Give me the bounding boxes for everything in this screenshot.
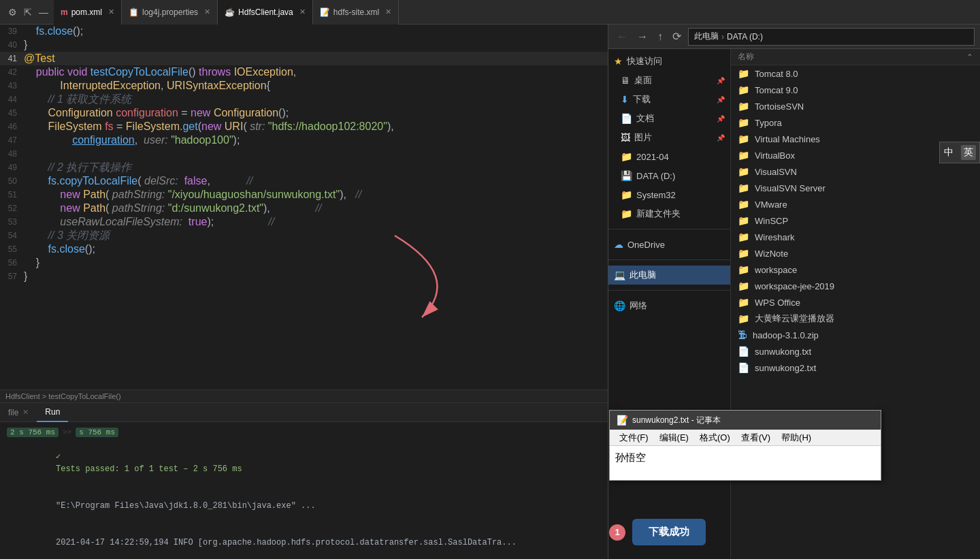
nav-item-desktop[interactable]: 🖥 桌面 📌: [608, 71, 730, 90]
tab-log4j-close[interactable]: ✕: [204, 7, 210, 16]
tab-hdfssite[interactable]: 📝 hdfs-site.xml ✕: [313, 0, 399, 25]
notepad-menu-help[interactable]: 帮助(H): [776, 430, 817, 446]
editor-code-area[interactable]: 39 fs.close(); 40 } 41 @Test: [0, 25, 608, 389]
folder-icon-winscp: 📁: [738, 215, 749, 226]
code-line-52: 52 new Path( pathString: "d:/sunwukong2.…: [0, 202, 608, 215]
notepad-menu-file-label: 文件(F): [619, 432, 649, 444]
bottom-tab-file[interactable]: file ✕: [0, 403, 37, 422]
folder-icon-dahuangfeng: 📁: [738, 313, 749, 324]
code-line-50: 50 fs.copyToLocalFile( delSrc: false, //: [0, 174, 608, 188]
notepad-menu-format[interactable]: 格式(O): [694, 430, 736, 446]
code-line-53: 53 useRawLocalFileSystem: true); //: [0, 215, 608, 229]
file-item-swk1[interactable]: 📄 sunwukong.txt: [731, 343, 980, 360]
file-item-typora[interactable]: 📁 Typora: [731, 114, 980, 131]
path-sep: ›: [721, 32, 724, 42]
editor-breadcrumb: HdfsClient > testCopyToLocalFile(): [0, 389, 608, 402]
file-item-wps[interactable]: 📁 WPS Office: [731, 294, 980, 310]
path-bar[interactable]: 此电脑 › DATA (D:): [688, 28, 975, 46]
folder-icon-vm: 📁: [738, 133, 749, 144]
file-name-visualsvnserver: VisualSVN Server: [755, 183, 826, 193]
settings-icon[interactable]: ⚙: [8, 7, 17, 18]
file-item-swk2[interactable]: 📄 sunwukong2.txt: [731, 360, 980, 376]
notepad-menu-file[interactable]: 文件(F): [614, 430, 654, 446]
nav-item-newfolder[interactable]: 📁 新建文件夹: [608, 204, 730, 223]
ime-chinese: 中: [944, 146, 953, 159]
nav-item-datad[interactable]: 💾 DATA (D:): [608, 166, 730, 185]
tab-log4j[interactable]: 📋 log4j.properties ✕: [122, 0, 218, 25]
line-content-40: }: [24, 38, 608, 52]
nav-item-pictures[interactable]: 🖼 图片 📌: [608, 128, 730, 147]
notepad-menu-edit[interactable]: 编辑(E): [654, 430, 694, 446]
nav-item-system32[interactable]: 📁 System32: [608, 185, 730, 204]
ime-bar[interactable]: 中 英: [939, 142, 980, 163]
file-item-dahuangfeng[interactable]: 📁 大黄蜂云课堂播放器: [731, 310, 980, 327]
tab-pom-label: pom.xml: [71, 7, 102, 17]
minimize-icon[interactable]: —: [39, 7, 48, 18]
file-item-tortoisesvn[interactable]: 📁 TortoiseSVN: [731, 98, 980, 114]
tab-pom[interactable]: m pom.xml ✕: [54, 0, 122, 25]
nav-back-btn[interactable]: ←: [614, 29, 630, 44]
hdfsclient-icon: ☕: [225, 7, 235, 17]
nav-item-thispc[interactable]: 💻 此电脑: [608, 266, 730, 285]
file-item-visualsvn[interactable]: 📁 VisualSVN: [731, 163, 980, 180]
nav-item-docs[interactable]: 📄 文档 📌: [608, 109, 730, 128]
expand-icon[interactable]: ⇱: [24, 7, 32, 18]
file-item-vmware[interactable]: 📁 VMware: [731, 196, 980, 212]
notepad-menu-format-label: 格式(O): [700, 432, 730, 444]
file-item-wireshark[interactable]: 📁 Wireshark: [731, 229, 980, 245]
file-item-hadoop-zip[interactable]: 🗜 hadoop-3.1.0.zip: [731, 327, 980, 343]
notepad-menu-view[interactable]: 查看(V): [736, 430, 776, 446]
nav-up-btn[interactable]: ↑: [655, 29, 666, 44]
nav-item-network[interactable]: 🌐 网络: [608, 296, 730, 315]
explorer-left-nav: ★ 快速访问 🖥 桌面 📌 ⬇ 下载 📌 📄: [608, 49, 731, 559]
code-line-49: 49 // 2 执行下载操作: [0, 161, 608, 174]
tab-hdfsclient-close[interactable]: ✕: [299, 7, 306, 16]
file-item-visualsvnserver[interactable]: 📁 VisualSVN Server: [731, 180, 980, 196]
tab-pom-close[interactable]: ✕: [108, 7, 114, 16]
step-number: 1: [609, 524, 625, 541]
nav-item-onedrive[interactable]: ☁ OneDrive: [608, 235, 730, 254]
file-name-workspace-jee: workspace-jee-2019: [755, 281, 834, 291]
download-success-btn[interactable]: 下载成功: [632, 519, 706, 545]
explorer-main: ★ 快速访问 🖥 桌面 📌 ⬇ 下载 📌 📄: [608, 49, 980, 559]
nav-divider-3: [608, 290, 730, 291]
file-item-tomcat90[interactable]: 📁 Tomcat 9.0: [731, 82, 980, 98]
file-item-workspace[interactable]: 📁 workspace: [731, 261, 980, 278]
tab-hdfsclient-label: HdfsClient.java: [238, 7, 293, 17]
header-sort-icon[interactable]: ⌃: [966, 52, 973, 62]
nav-forward-btn[interactable]: →: [634, 29, 651, 44]
nav-item-2021[interactable]: 📁 2021-04: [608, 147, 730, 166]
onedrive-icon: ☁: [614, 239, 623, 250]
file-item-winscp[interactable]: 📁 WinSCP: [731, 212, 980, 229]
file-item-tomcat80[interactable]: 📁 Tomcat 8.0: [731, 65, 980, 82]
folder-icon-tortoisesvn: 📁: [738, 101, 749, 112]
nav-label-desktop: 桌面: [634, 74, 652, 86]
bottom-tab-run[interactable]: Run: [37, 403, 68, 422]
notepad-titlebar: 📝 sunwukong2.txt - 记事本: [610, 411, 881, 430]
line-num-48: 48: [0, 147, 24, 161]
nav-item-quickaccess[interactable]: ★ 快速访问: [608, 52, 730, 71]
file-name-swk1: sunwukong.txt: [755, 347, 811, 357]
bottom-tab-file-close[interactable]: ✕: [22, 408, 29, 417]
nav-item-downloads[interactable]: ⬇ 下载 📌: [608, 90, 730, 109]
nav-refresh-btn[interactable]: ⟳: [670, 29, 684, 44]
file-item-wiznote[interactable]: 📁 WizNote: [731, 245, 980, 261]
file-name-wiznote: WizNote: [755, 249, 788, 259]
nav-label-newfolder: 新建文件夹: [636, 208, 681, 220]
line-content-49: // 2 执行下载操作: [24, 161, 608, 174]
line-content-54: // 3 关闭资源: [24, 229, 608, 242]
download-success-area: 1 下载成功: [609, 519, 706, 545]
file-name-wireshark: Wireshark: [755, 232, 795, 242]
bottom-panel: file ✕ Run 2 s 756 ms >> s 756 ms ✓ Test…: [0, 402, 608, 559]
nav-label-system32: System32: [636, 190, 676, 200]
folder-icon-typora: 📁: [738, 117, 749, 128]
line-num-40: 40: [0, 38, 24, 52]
txt-icon-swk1: 📄: [738, 346, 749, 357]
file-item-workspace-jee[interactable]: 📁 workspace-jee-2019: [731, 278, 980, 294]
folder-icon-workspacejee: 📁: [738, 281, 749, 291]
nav-label-quickaccess: 快速访问: [627, 55, 662, 67]
tab-hdfssite-close[interactable]: ✕: [385, 7, 391, 16]
tab-hdfsclient[interactable]: ☕ HdfsClient.java ✕: [218, 0, 313, 25]
line-num-52: 52: [0, 202, 24, 215]
nav-label-onedrive: OneDrive: [627, 240, 665, 250]
